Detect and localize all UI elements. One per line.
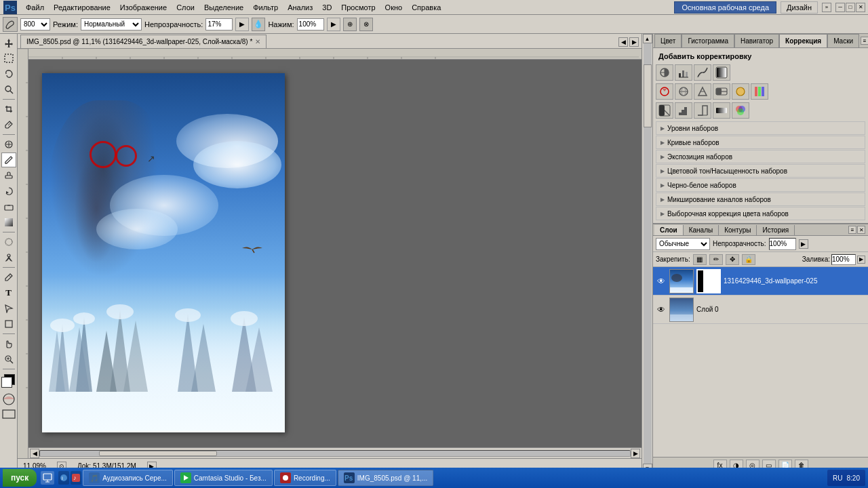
path-selection-tool[interactable] (1, 301, 16, 316)
pressure-input[interactable] (297, 18, 324, 30)
lock-pixels-btn[interactable]: ✏ (709, 254, 723, 265)
fill-arrow-btn[interactable]: ▶ (857, 256, 865, 264)
gradient-map-icon[interactable] (713, 102, 730, 119)
layers-panel-options-btn[interactable]: ≡ (848, 226, 856, 234)
zoom-tool[interactable] (1, 352, 16, 367)
stamp-tool[interactable] (1, 168, 16, 183)
close-button[interactable]: ✕ (856, 3, 865, 12)
channel-mixer-icon[interactable] (751, 83, 768, 100)
tablet-pressure-btn[interactable]: ⊕ (343, 18, 357, 31)
menu-help[interactable]: Справка (408, 2, 445, 13)
panel-arrange-btn[interactable]: ◀ (618, 37, 628, 47)
layer-opacity-input[interactable] (769, 238, 796, 250)
pressure-arrow-btn[interactable]: ▶ (327, 18, 340, 31)
airbrush-btn[interactable]: 💧 (252, 18, 265, 31)
menu-analysis[interactable]: Анализ (283, 2, 317, 13)
type-tool[interactable]: T (1, 285, 16, 300)
screen-mode-btn[interactable] (2, 409, 16, 420)
minimize-button[interactable]: ─ (835, 3, 845, 12)
mode-dropdown[interactable]: Нормальный (81, 18, 142, 30)
photo-filter-icon[interactable] (732, 83, 749, 100)
correction-tab[interactable]: Коррекция (779, 34, 827, 47)
crop-tool[interactable] (1, 102, 16, 117)
vscroll-thumb[interactable] (644, 64, 652, 127)
bw-icon[interactable] (713, 83, 730, 100)
hand-tool[interactable] (1, 336, 16, 351)
curves-icon[interactable] (694, 64, 711, 81)
adj-levels[interactable]: ▶ Уровни наборов (656, 121, 865, 135)
horizontal-scrollbar[interactable]: ◀ ▶ (28, 447, 642, 458)
eyedropper-tool[interactable] (1, 117, 16, 132)
move-tool[interactable] (1, 35, 16, 50)
layers-tab-channels[interactable]: Каналы (684, 225, 719, 235)
layers-tab-history[interactable]: История (757, 225, 795, 235)
brightness-contrast-icon[interactable] (656, 64, 673, 81)
lock-transparent-btn[interactable]: ▦ (693, 254, 707, 265)
taskbar-item-audiozapis[interactable]: 🎵 Аудиозапись Cере... (83, 470, 172, 486)
gradient-tool[interactable] (1, 215, 16, 230)
threshold-icon[interactable] (694, 102, 711, 119)
levels-icon[interactable] (675, 64, 692, 81)
panel-arrange-btn2[interactable]: ▶ (629, 37, 639, 47)
taskbar-icon-2[interactable]: ♪ (71, 471, 81, 485)
layers-tab-paths[interactable]: Контуры (719, 225, 757, 235)
invert-icon[interactable] (656, 102, 673, 119)
healing-brush-tool[interactable] (1, 137, 16, 152)
dodge-tool[interactable] (1, 250, 16, 265)
adj-channelmixer[interactable]: ▶ Микширование каналов наборов (656, 192, 865, 206)
eraser-tool[interactable] (1, 199, 16, 214)
posterize-icon[interactable] (675, 102, 692, 119)
tab-close-btn[interactable]: ✕ (255, 38, 260, 45)
layer-eye-0[interactable]: 👁 (656, 304, 667, 315)
quick-mask-btn[interactable] (2, 392, 16, 407)
layer-eye-1[interactable]: 👁 (656, 276, 667, 287)
layers-tab-layers[interactable]: Слои (654, 225, 684, 235)
lock-position-btn[interactable]: ✥ (726, 254, 739, 265)
tablet-btn2[interactable]: ⊗ (359, 18, 373, 31)
blur-tool[interactable] (1, 235, 16, 249)
shape-tool[interactable] (1, 317, 16, 331)
layer-item-0[interactable]: 👁 (653, 296, 868, 324)
menu-filter[interactable]: Фильтр (249, 2, 282, 13)
adj-curves[interactable]: ▶ Кривые наборов (656, 136, 865, 149)
marquee-tool[interactable] (1, 51, 16, 66)
history-brush-tool[interactable] (1, 184, 16, 199)
lasso-tool[interactable] (1, 66, 16, 81)
taskbar-icon-1[interactable]: i (58, 471, 69, 485)
adj-huesat[interactable]: ▶ Цветовой тон/Насыщенность наборов (656, 164, 865, 178)
menu-select[interactable]: Выделение (200, 2, 248, 13)
menu-edit[interactable]: Редактирование (50, 2, 115, 13)
vibrance-icon[interactable] (656, 83, 673, 100)
show-desktop-btn[interactable] (41, 471, 54, 485)
panel-options-btn[interactable]: ≡ (861, 37, 868, 45)
menu-3d[interactable]: 3D (318, 2, 336, 13)
vertical-scrollbar[interactable]: ▲ ▼ (642, 34, 652, 473)
pen-tool[interactable] (1, 270, 16, 285)
design-button[interactable]: Дизайн (781, 1, 818, 14)
expand-icon[interactable]: » (822, 3, 831, 12)
opacity-arrow-btn[interactable]: ▶ (235, 18, 249, 31)
hscroll-track[interactable] (39, 450, 631, 457)
colorbalance-icon[interactable] (694, 83, 711, 100)
menu-layers[interactable]: Слои (172, 2, 199, 13)
navigator-tab[interactable]: Навигатор (734, 34, 779, 47)
lock-all-btn[interactable]: 🔒 (742, 254, 755, 265)
masks-tab[interactable]: Маски (827, 34, 859, 47)
vscroll-up-btn[interactable]: ▲ (643, 34, 652, 43)
blend-mode-select[interactable]: Обычные (656, 238, 710, 250)
hscroll-left-btn[interactable]: ◀ (30, 449, 39, 458)
start-button[interactable]: пуск (3, 469, 37, 487)
brush-size-dropdown[interactable]: 800 (20, 18, 50, 30)
taskbar-item-recording[interactable]: Recording... (274, 470, 336, 486)
menu-image[interactable]: Изображение (116, 2, 171, 13)
opacity-input[interactable] (205, 18, 233, 30)
brush-tool[interactable] (1, 152, 16, 167)
quick-select-tool[interactable] (1, 82, 16, 97)
exposure-icon[interactable] (713, 64, 730, 81)
vscroll-track[interactable] (644, 43, 652, 464)
layer-item-main[interactable]: 👁 (653, 267, 868, 296)
adj-bw[interactable]: ▶ Черно-белое наборов (656, 178, 865, 192)
taskbar-item-photoshop[interactable]: Ps IMG_8505.psd @ 11,... (338, 470, 434, 486)
adj-exposure[interactable]: ▶ Экспозиция наборов (656, 150, 865, 163)
background-color[interactable] (1, 377, 12, 388)
